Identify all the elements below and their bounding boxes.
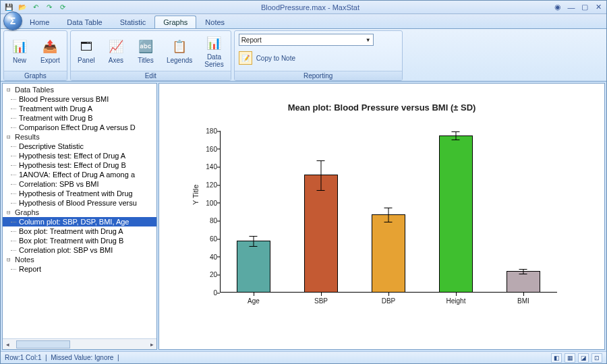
help-icon[interactable]: ◉ [552, 3, 563, 12]
tab-data-table[interactable]: Data Table [58, 16, 111, 28]
tree-section-graphs[interactable]: ⊟Graphs [3, 208, 156, 217]
collapse-icon[interactable]: ⊟ [7, 209, 13, 216]
ribbon-group-label: Graphs [4, 71, 67, 80]
status-btn-4[interactable]: ⊡ [591, 353, 602, 363]
bar-sbp [304, 175, 338, 293]
tree-item[interactable]: Report [3, 264, 156, 274]
axes-button-icon: 📈 [107, 38, 125, 55]
titles-button[interactable]: 🔤Titles [134, 36, 157, 65]
collapse-icon[interactable]: ⊟ [7, 86, 13, 93]
qat-redo-icon[interactable]: ↷ [44, 2, 55, 13]
status-btn-2[interactable]: ▦ [565, 353, 575, 363]
panel-button[interactable]: 🗔Panel [75, 36, 98, 65]
scroll-thumb[interactable] [16, 340, 70, 348]
x-label: SBP [301, 297, 341, 305]
x-label: BMI [503, 297, 544, 305]
horizontal-scrollbar[interactable]: ◂ ▸ [3, 338, 156, 349]
project-tree[interactable]: ⊟Data TablesBlood Pressure versus BMITre… [3, 84, 156, 338]
tree-item[interactable]: 1ANOVA: Effect of Drug A among a [3, 170, 156, 179]
tree-item[interactable]: Box plot: Treatment with Drug A [3, 226, 156, 236]
maximize-icon[interactable]: ▢ [579, 3, 590, 12]
qat-undo-icon[interactable]: ↶ [30, 2, 41, 13]
panel-button-icon: 🗔 [78, 38, 95, 55]
scroll-left-icon[interactable]: ◂ [3, 341, 12, 348]
tree-item[interactable]: Hypothesis test: Effect of Drug A [3, 151, 156, 160]
y-tick: 120 [200, 181, 217, 189]
note-icon: 📝 [239, 51, 252, 65]
collapse-icon[interactable]: ⊟ [7, 256, 13, 263]
minimize-icon[interactable]: — [566, 3, 577, 12]
x-tick [388, 293, 389, 296]
report-combo[interactable]: Report ▼ [239, 34, 374, 46]
new-button-icon: 📊 [11, 38, 28, 55]
tree-section-data-tables[interactable]: ⊟Data Tables [3, 85, 156, 94]
chart-plot-area: 020406080100120140160180AgeSBPDBPHeightB… [220, 131, 557, 293]
x-label: DBP [368, 297, 409, 305]
new-button-label: New [13, 57, 26, 64]
status-bar: Row:1 Col:1 | Missed Value: Ignore | ◧ ▦… [1, 351, 606, 363]
main-area: ⊟Data TablesBlood Pressure versus BMITre… [1, 82, 606, 351]
data-series-button[interactable]: 📊DataSeries [202, 33, 226, 69]
tab-home[interactable]: Home [21, 16, 58, 28]
app-orb-button[interactable]: Σ [3, 11, 22, 30]
tab-statistic[interactable]: Statistic [111, 16, 155, 28]
report-combo-value: Report [241, 36, 262, 44]
tree-item[interactable]: Treatment with Drug B [3, 113, 156, 123]
x-tick [254, 293, 254, 296]
chart-title: Mean plot: Blood Pressure versus BMI (± … [159, 84, 604, 118]
copy-to-note-button[interactable]: 📝 Copy to Note [239, 49, 295, 65]
y-axis-line [220, 131, 221, 293]
tree-item[interactable]: Blood Pressure versus BMI [3, 94, 156, 104]
export-button-icon: 📤 [41, 38, 59, 55]
tree-item[interactable]: Column plot: SBP, DSP, BMI, Age [3, 217, 156, 226]
ribbon-group-graphs: 📊New📤Export Graphs [3, 30, 67, 81]
qat-refresh-icon[interactable]: ⟳ [57, 2, 68, 13]
qat-open-icon[interactable]: 📂 [17, 2, 28, 13]
close-icon[interactable]: ✕ [593, 3, 604, 12]
x-label: Age [233, 297, 274, 305]
y-axis-title: Y Title [192, 185, 200, 205]
tree-item[interactable]: Hypothesis of Treatment with Drug [3, 189, 156, 198]
tab-notes[interactable]: Notes [196, 16, 233, 28]
new-button[interactable]: 📊New [8, 36, 31, 65]
status-cursor-pos: Row:1 Col:1 [5, 354, 41, 361]
x-tick [523, 293, 524, 296]
collapse-icon[interactable]: ⊟ [7, 133, 13, 140]
chevron-down-icon: ▼ [366, 37, 371, 43]
status-btn-1[interactable]: ◧ [551, 353, 562, 363]
error-bar [456, 131, 457, 140]
error-bar [321, 160, 322, 191]
titles-button-label: Titles [138, 57, 154, 64]
tree-section-results[interactable]: ⊟Results [3, 132, 156, 142]
tree-item[interactable]: Hypothesis test: Effect of Drug B [3, 160, 156, 170]
y-tick: 60 [200, 235, 217, 243]
scroll-right-icon[interactable]: ▸ [147, 341, 156, 348]
status-right-buttons: ◧ ▦ ◪ ⊡ [551, 353, 602, 363]
axes-button[interactable]: 📈Axes [105, 36, 127, 65]
ribbon-group-reporting: Report ▼ 📝 Copy to Note Reporting [234, 30, 403, 81]
data-series-button-icon: 📊 [205, 34, 223, 52]
tree-item[interactable]: Correlation: SPB vs BMI [3, 179, 156, 189]
export-button-label: Export [40, 57, 60, 64]
legends-button-icon: 📋 [171, 38, 188, 55]
tree-item[interactable]: Descriptive Statistic [3, 142, 156, 151]
y-tick: 160 [200, 145, 217, 152]
bar-height [439, 135, 473, 293]
y-tick: 0 [200, 289, 217, 297]
tree-item[interactable]: Treatment with Drug A [3, 104, 156, 113]
tree-item[interactable]: Box plot: Treatment with Drug B [3, 236, 156, 245]
tree-item[interactable]: Correlation plot: SBP vs BMI [3, 245, 156, 255]
export-button[interactable]: 📤Export [38, 36, 63, 65]
y-tick: 20 [200, 271, 217, 278]
axes-button-label: Axes [109, 57, 123, 64]
status-btn-3[interactable]: ◪ [578, 353, 589, 363]
ribbon-group-label: Reporting [235, 71, 402, 80]
bar-dbp [372, 214, 405, 293]
titles-button-icon: 🔤 [137, 38, 154, 55]
tree-item[interactable]: Hypothesis of Blood Pressure versu [3, 198, 156, 208]
tab-graphs[interactable]: Graphs [154, 16, 196, 28]
tree-item[interactable]: Comparison Effect Drug A versus D [3, 123, 156, 132]
legends-button[interactable]: 📋Legends [164, 36, 195, 65]
tree-section-notes[interactable]: ⊟Notes [3, 255, 156, 264]
ribbon: 📊New📤Export Graphs 🗔Panel📈Axes🔤Titles📋Le… [1, 29, 606, 82]
